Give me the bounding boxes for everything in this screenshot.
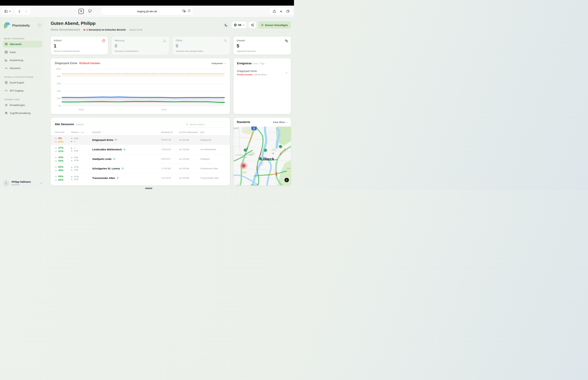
sensor-search[interactable] (183, 121, 226, 128)
sensor-marker-ok[interactable] (264, 149, 267, 152)
sidebar-item-auswertung[interactable]: Auswertung (3, 57, 42, 64)
stat-card-warnung[interactable]: Warnung 0 Sensoren im Warnbereich (112, 37, 169, 55)
stat-card-kritisch[interactable]: Kritisch 1 Sensor in kritischem Bereich (51, 37, 108, 55)
language-select[interactable]: DE (232, 22, 247, 28)
sidebar-chevron-icon[interactable] (8, 8, 12, 15)
s2-value: 23% (58, 140, 63, 143)
chart-sensor-name: Drägerpark Eiche (55, 62, 77, 65)
col-feuchte: FEUCHTE (55, 131, 71, 133)
sidebar-item-api-zugang[interactable]: API-Zugang (3, 87, 42, 94)
stat-card-gesamt[interactable]: Gesamt 5 registrierte Sensoren (234, 37, 291, 55)
critical-dot-icon (84, 29, 85, 31)
event-status: Kritisch trocken (237, 74, 252, 76)
table-title: Alle Sensoren (55, 123, 74, 126)
last-measurement: vor 36 Min (179, 167, 200, 170)
reload-icon[interactable] (188, 10, 190, 13)
s1-value: 62% (58, 165, 63, 168)
reader-extension-icon[interactable] (88, 9, 92, 13)
sensor-marker-ok[interactable] (244, 149, 247, 152)
events-card: Ereignisse letzte 7 Tage Drägerpark Eich… (234, 58, 291, 114)
sensor-location: Drägerpark (200, 139, 226, 141)
stat-value: 5 (237, 43, 288, 49)
event-since: seit 8h 35min (254, 74, 266, 76)
route-badge: 1 (251, 127, 257, 130)
sensor-marker-ok[interactable] (279, 145, 282, 148)
event-chevron-icon[interactable] (285, 71, 287, 74)
table-row[interactable]: S162% S249% ▲+2 % ▼-2 % Schulgarten St. … (51, 164, 230, 173)
share-button[interactable] (248, 22, 256, 28)
sidebar-collapse-button[interactable] (38, 23, 41, 28)
notion-extension-icon[interactable]: N (79, 9, 84, 14)
trend-flat-icon: ▶ (71, 140, 72, 142)
map-label-brande: BRANDE (287, 167, 291, 169)
map-label-district: SANKT LORENZ (236, 154, 253, 156)
sidebar-item-label: Zugriffsverwaltung (10, 112, 30, 114)
avatar (3, 180, 10, 187)
y-tick: 100% (56, 68, 61, 70)
event-item[interactable]: Drägerpark Eiche Kritisch trocken · seit… (237, 70, 287, 76)
table-row[interactable]: S127% S231% ▶— ▼-3 % Lindenallee Mühlent… (51, 145, 230, 154)
sidebar-item-sensoren[interactable]: Sensoren (3, 65, 42, 72)
translate-icon[interactable]: A (182, 9, 186, 13)
table-row[interactable]: S143% S254% ▼-3 % ▲+1 % Stadtpark Linde … (51, 154, 230, 164)
trend-up-icon: ▲ (71, 166, 73, 168)
horizontal-scrollbar[interactable] (145, 188, 152, 189)
back-icon[interactable] (16, 8, 23, 15)
sidebar-item-einstellungen[interactable]: Einstellungen (3, 102, 42, 109)
wifi-icon (123, 149, 126, 151)
share-page-icon[interactable] (271, 8, 278, 15)
map-info-button[interactable] (285, 178, 289, 182)
s2-tag: S2 (55, 150, 57, 152)
sidebar-item-label: Auswertung (10, 59, 23, 62)
last-measurement: vor 36 Min (179, 158, 200, 160)
notion-letter: N (80, 10, 82, 13)
warning-triangle-icon (163, 39, 166, 43)
stat-label: Gesamt (237, 39, 288, 42)
map-preview[interactable]: 1 tsdorf SANKT LORENZ NORD (234, 127, 291, 185)
trend-value: +1 % (74, 159, 79, 162)
s2-tag: S2 (55, 141, 57, 143)
x-tick: 09.04. (161, 109, 167, 111)
droplets-icon (285, 39, 288, 43)
open-map-link[interactable]: Karte öffnen → (273, 121, 288, 123)
sidebar-item-label: Karte (10, 51, 16, 54)
sidebar-item-uebersicht[interactable]: Übersicht (3, 41, 42, 48)
new-tab-icon[interactable] (278, 8, 285, 15)
s1-value: 9% (58, 137, 62, 140)
sensor-search-input[interactable] (189, 123, 223, 126)
analyze-link[interactable]: Analysieren → (211, 62, 226, 65)
sidebar-item-zugriffsverwaltung[interactable]: Zugriffsverwaltung (3, 110, 42, 116)
trend-value: — (74, 140, 76, 143)
trend-value: — (74, 147, 76, 149)
add-sensor-button[interactable]: Sensor hinzufügen (258, 21, 291, 29)
dark-mode-button[interactable] (223, 21, 230, 29)
col-trend: TREND (71, 131, 78, 133)
sidebar-item-karte[interactable]: Karte (3, 49, 42, 56)
stat-value: 0 (176, 43, 227, 49)
y-tick: 0% (58, 104, 61, 107)
sidebar-item-excel-export[interactable]: Excel-Export (3, 79, 42, 86)
s1-tag: S1 (55, 175, 57, 178)
col-sensor-id: SENSOR-ID (161, 131, 179, 133)
table-row[interactable]: S19% S223% ▼-2 % ▶— Drägerpark Eiche 950… (51, 135, 230, 145)
y-tick: 20% (57, 97, 61, 99)
sensor-name: Stadtpark Linde (92, 157, 112, 160)
event-sep: · (253, 74, 254, 76)
sidebar-item-label: API-Zugang (10, 89, 23, 92)
sensor-name: Schulgarten St. Lorenz (92, 167, 120, 170)
trend-down-icon: ▼ (71, 150, 73, 152)
forward-icon[interactable] (23, 8, 30, 15)
sidebar-item-label: Sensoren (10, 67, 20, 70)
trend-down-icon: ▼ (71, 137, 73, 139)
stat-card-offline[interactable]: Offline 0 Sensoren ohne aktuelle Daten (173, 37, 230, 55)
address-bar[interactable]: staging.pb-dev.de A (101, 8, 193, 15)
s1-tag: S1 (55, 156, 57, 158)
tab-overview-icon[interactable] (285, 8, 291, 15)
critical-count-text: 1 Sensor(en) im kritischen Bereich (86, 28, 126, 31)
table-row[interactable]: S165% S262% ▲+1 % ▼-2 % Travemünder Alle… (51, 173, 230, 183)
sensor-location: Stadtpark (200, 158, 226, 160)
sidebar-item-label: Übersicht (10, 43, 21, 46)
sensor-marker-critical[interactable] (242, 164, 246, 168)
sensor-id: 84952037 (161, 158, 179, 160)
user-menu[interactable]: Philipp Hallmann Benutzer (3, 180, 42, 187)
